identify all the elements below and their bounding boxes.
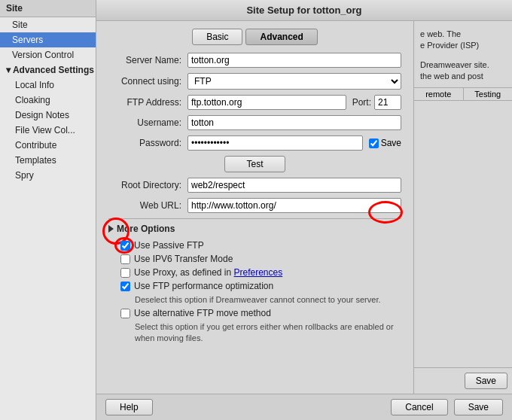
bottom-bar: Help Cancel Save [96, 394, 512, 420]
root-dir-row: Root Directory: [108, 178, 401, 193]
password-row: Password: Save [108, 135, 401, 151]
sidebar-section-title: Site [0, 0, 96, 17]
ftp-perf-label: Use FTP performance optimization [134, 281, 273, 291]
passive-ftp-label: Use Passive FTP [134, 240, 204, 251]
ftp-perf-desc: Deselect this option if Dreamweaver cann… [108, 294, 401, 305]
save-password-label: Save [381, 138, 401, 148]
ftp-address-row: FTP Address: Port: [108, 95, 401, 110]
test-button[interactable]: Test [224, 156, 285, 172]
sidebar-item-cloaking[interactable]: Cloaking [0, 93, 96, 108]
right-text-1: e web. The e Provider (ISP) [414, 21, 512, 56]
ftp-move-checkbox[interactable] [120, 309, 130, 318]
connect-select[interactable]: FTP [187, 73, 401, 90]
right-tab-testing[interactable]: Testing [464, 88, 513, 100]
right-save-area: Save [414, 367, 512, 394]
root-dir-input[interactable] [187, 178, 401, 193]
proxy-checkbox[interactable] [120, 268, 130, 278]
sidebar-item-local-info[interactable]: Local Info [0, 78, 96, 93]
ftp-move-label: Use alternative FTP move method [134, 308, 271, 318]
sidebar-item-contribute[interactable]: Contribute [0, 138, 96, 153]
ftp-address-label: FTP Address: [108, 97, 187, 108]
right-tabs: remote Testing [414, 87, 512, 101]
ftp-address-input[interactable] [187, 95, 346, 110]
sidebar-item-file-view[interactable]: File View Col... [0, 123, 96, 138]
proxy-row: Use Proxy, as defined in Preferences [108, 267, 401, 278]
window-title: Site Setup for totton_org [96, 0, 512, 21]
right-tab-remote[interactable]: remote [414, 88, 464, 100]
more-options-section: More Options Use Passive FTP Use IPV6 Tr… [108, 218, 401, 343]
tab-basic[interactable]: Basic [192, 29, 242, 45]
port-label: Port: [352, 97, 371, 108]
passive-ftp-checkbox[interactable] [120, 241, 130, 251]
more-options-label: More Options [117, 224, 175, 234]
sidebar-item-design-notes[interactable]: Design Notes [0, 108, 96, 123]
test-row: Test [108, 156, 401, 172]
web-url-input[interactable] [187, 198, 401, 213]
tab-bar: Basic Advanced [108, 29, 401, 45]
right-save-button[interactable]: Save [465, 373, 507, 389]
save-password-checkbox[interactable] [369, 138, 379, 148]
main-area: Site Setup for totton_org Basic Advanced… [96, 0, 512, 420]
connect-label: Connect using: [108, 76, 187, 87]
ipv6-checkbox[interactable] [120, 254, 130, 264]
username-input[interactable] [187, 115, 401, 130]
passive-ftp-row: Use Passive FTP [108, 240, 401, 251]
connect-row: Connect using: FTP [108, 73, 401, 90]
bottom-right-buttons: Cancel Save [391, 399, 503, 415]
username-row: Username: [108, 115, 401, 130]
ftp-perf-row: Use FTP performance optimization [108, 281, 401, 291]
form-panel: Basic Advanced Server Name: Connect usin… [96, 21, 414, 394]
dialog: Basic Advanced Server Name: Connect usin… [96, 21, 512, 394]
sidebar-item-advanced-settings[interactable]: ▾ Advanced Settings [0, 62, 96, 78]
tab-advanced[interactable]: Advanced [245, 29, 317, 45]
server-name-row: Server Name: [108, 53, 401, 68]
ipv6-row: Use IPV6 Transfer Mode [108, 254, 401, 264]
password-input[interactable] [187, 135, 363, 151]
proxy-label: Use Proxy, as defined in Preferences [134, 267, 282, 278]
more-options-triangle-icon [108, 225, 114, 233]
sidebar-item-site[interactable]: Site [0, 17, 96, 32]
sidebar-item-templates[interactable]: Templates [0, 153, 96, 168]
web-url-row: Web URL: [108, 198, 401, 213]
web-url-label: Web URL: [108, 200, 187, 211]
sidebar-item-version-control[interactable]: Version Control [0, 47, 96, 62]
right-panel: e web. The e Provider (ISP) Dreamweaver … [414, 21, 512, 394]
ftp-move-desc: Select this option if you get errors eit… [108, 321, 401, 343]
password-label: Password: [108, 138, 187, 148]
right-text-2: Dreamweaver site. the web and post [414, 56, 512, 87]
server-name-label: Server Name: [108, 55, 187, 65]
username-label: Username: [108, 117, 187, 128]
ipv6-label: Use IPV6 Transfer Mode [134, 254, 233, 264]
more-options-toggle[interactable]: More Options [108, 224, 401, 234]
cancel-button[interactable]: Cancel [391, 399, 447, 415]
help-button[interactable]: Help [105, 399, 153, 415]
port-input[interactable] [374, 95, 401, 110]
sidebar: Site Site Servers Version Control ▾ Adva… [0, 0, 96, 420]
server-name-input[interactable] [187, 53, 401, 68]
root-dir-label: Root Directory: [108, 180, 187, 190]
ftp-move-row: Use alternative FTP move method [108, 308, 401, 318]
sidebar-item-spry[interactable]: Spry [0, 168, 96, 183]
save-password-check: Save [369, 138, 401, 148]
sidebar-item-servers[interactable]: Servers [0, 32, 96, 47]
preferences-link[interactable]: Preferences [234, 267, 283, 278]
save-button[interactable]: Save [454, 399, 503, 415]
ftp-perf-checkbox[interactable] [120, 282, 130, 291]
